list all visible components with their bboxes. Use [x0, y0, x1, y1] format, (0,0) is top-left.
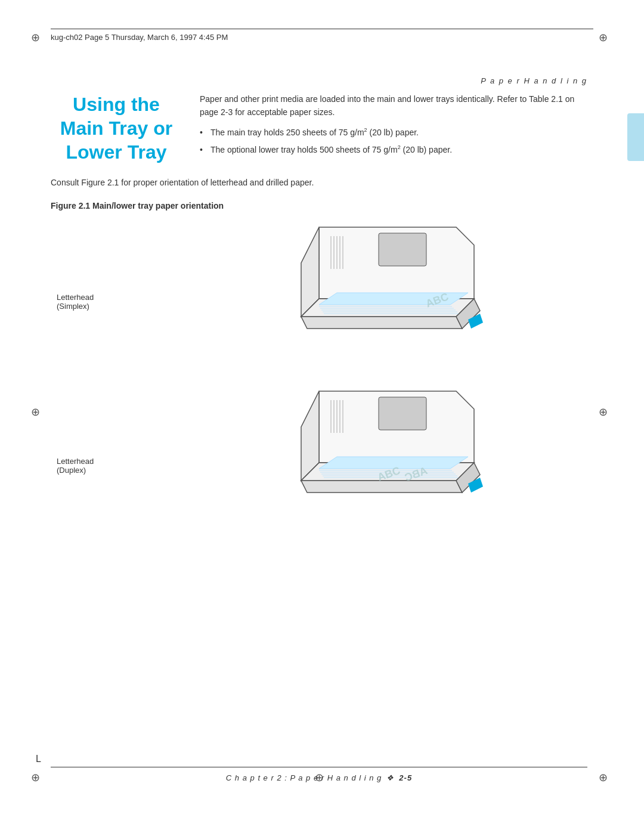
intro-paragraph: Paper and other print media are loaded i…	[200, 92, 587, 119]
footer-chapter: C h a p t e r 2 : P a p e r H a n d l i …	[226, 773, 382, 782]
svg-marker-10	[301, 317, 462, 329]
svg-rect-3	[379, 233, 426, 266]
body-text-column: Paper and other print media are loaded i…	[200, 92, 587, 164]
chapter-title: Using the Main Tray or Lower Tray	[51, 92, 182, 164]
chapter-heading: Using the Main Tray or Lower Tray	[51, 92, 182, 164]
top-section: Using the Main Tray or Lower Tray Paper …	[51, 92, 587, 164]
bullet-item-2: The optional lower tray holds 500 sheets…	[200, 144, 587, 156]
header-bar: kug-ch02 Page 5 Thursday, March 6, 1997 …	[51, 29, 593, 42]
figure-simplex: Letterhead (Simplex)	[51, 221, 587, 367]
footer-separator: ❖	[386, 773, 394, 782]
section-tab	[627, 113, 644, 161]
content-area: Using the Main Tray or Lower Tray Paper …	[51, 92, 587, 549]
svg-rect-23	[379, 397, 426, 430]
reg-mark-top-left	[31, 31, 45, 45]
page-header: P a p e r H a n d l i n g	[481, 76, 587, 85]
l-mark: L	[36, 754, 41, 764]
figure-label-duplex: Letterhead (Duplex)	[51, 385, 182, 475]
reg-mark-bot-left	[31, 771, 45, 785]
figure-illustration-duplex: ABC ABC	[182, 385, 587, 531]
header-text: kug-ch02 Page 5 Thursday, March 6, 1997 …	[51, 33, 228, 42]
reg-mark-mid-left	[31, 405, 45, 420]
reg-mark-mid-right	[599, 405, 613, 420]
printer-svg-simplex: ABC	[271, 221, 498, 367]
bullet-list: The main tray holds 250 sheets of 75 g/m…	[200, 126, 587, 156]
figure-caption: Figure 2.1 Main/lower tray paper orienta…	[51, 201, 587, 210]
consult-text: Consult Figure 2.1 for proper orientatio…	[51, 176, 587, 189]
figure-label-simplex: Letterhead (Simplex)	[51, 221, 182, 311]
consult-wrapper: Consult Figure 2.1 for proper orientatio…	[51, 176, 587, 189]
reg-mark-bot-right	[599, 771, 613, 785]
page: kug-ch02 Page 5 Thursday, March 6, 1997 …	[0, 0, 644, 833]
printer-svg-duplex: ABC ABC	[271, 385, 498, 531]
footer-page-number: 2-5	[399, 773, 412, 782]
footer-line	[51, 767, 587, 767]
bullet-item-1: The main tray holds 250 sheets of 75 g/m…	[200, 126, 587, 139]
footer-text: C h a p t e r 2 : P a p e r H a n d l i …	[51, 773, 587, 782]
figure-duplex: Letterhead (Duplex)	[51, 385, 587, 531]
figure-illustration-simplex: ABC	[182, 221, 587, 367]
reg-mark-top-right	[599, 31, 613, 45]
